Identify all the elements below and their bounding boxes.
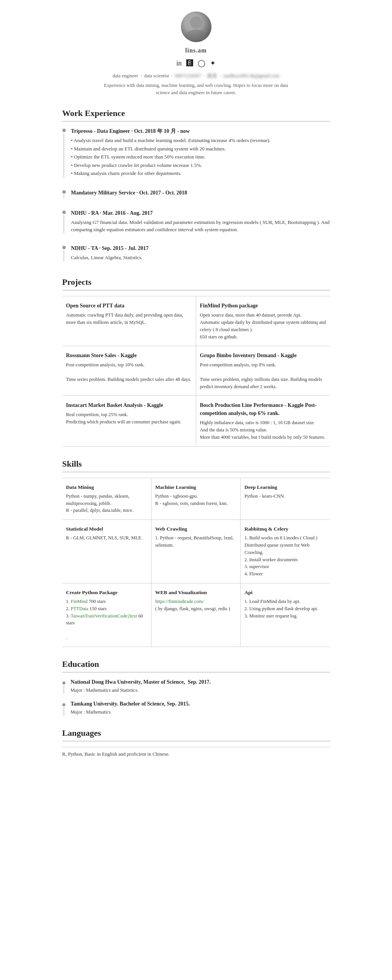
- skills-grid: Data Mining Python - numpy, pandas, skle…: [62, 478, 330, 647]
- skill-desc: 1. Build works on 8 Linodes ( Cloud ) Di…: [244, 534, 326, 578]
- project-name: Rossmann Store Sales - Kaggle: [66, 351, 192, 359]
- timeline-dot: [62, 244, 66, 261]
- project-desc: Automatic crawling PTT data daily, and p…: [66, 312, 192, 326]
- skill-name: Web Crawling: [155, 525, 236, 533]
- work-title: Tripresso - Data Engineer · Oct. 2018 年 …: [71, 127, 330, 135]
- project-name: Grupo Bimbo Inventory Demand - Kaggle: [200, 351, 326, 359]
- edu-desc: Major : Mathematics: [71, 709, 330, 716]
- skill-cell: Data Mining Python - numpy, pandas, skle…: [62, 478, 151, 520]
- email-icon[interactable]: ✦: [210, 58, 216, 69]
- work-desc: Calculus, Linear Algebra, Statistics.: [71, 254, 330, 261]
- project-name: FinMind Python package: [200, 302, 326, 310]
- dot: [62, 190, 66, 194]
- edu-title: National Dong Hwa University, Master of …: [71, 678, 330, 686]
- languages-title: Languages: [62, 727, 330, 742]
- project-cell: Bosch Production Line Performance - Kagg…: [196, 396, 330, 446]
- linkedin-icon[interactable]: in: [176, 58, 182, 69]
- dot-line: [63, 250, 64, 261]
- finmindtrade-link[interactable]: https://finmindtrade.com/: [155, 599, 204, 604]
- facebook-icon[interactable]: 🅱: [186, 58, 193, 69]
- work-desc: Analysis travel data and build a machine…: [71, 137, 330, 177]
- edu-content: Tamkang University. Bachelor of Science,…: [71, 700, 330, 716]
- edu-dot: [62, 681, 65, 684]
- work-entry: NDHU - RA · Mar. 2016 - Aug. 2017 Analys…: [62, 209, 330, 237]
- dot: [62, 246, 66, 249]
- project-cell: Grupo Bimbo Inventory Demand - Kaggle Po…: [196, 346, 330, 396]
- skill-cell: Create Python Package 1. FinMind 700 sta…: [62, 583, 151, 647]
- github-icon[interactable]: ◯: [198, 58, 205, 69]
- skill-cell: Machine Learning Python - xgboost-gpu.R …: [151, 478, 241, 520]
- skill-cell: Deep Learning Python - kears-CNN.: [241, 478, 330, 520]
- project-cell: Open Source of PTT data Automatic crawli…: [62, 296, 196, 346]
- skill-cell: WEB and Visualization https://finmindtra…: [151, 583, 241, 647]
- profile-bio: Experience with data mining, machine lea…: [97, 82, 296, 96]
- project-cell: FinMind Python package Open source data,…: [196, 296, 330, 346]
- edu-desc: Major : Mathematics and Statistics.: [71, 687, 330, 694]
- skill-name: Statistical Model: [66, 525, 147, 533]
- work-experience-title: Work Experience: [62, 107, 330, 122]
- project-desc: Post-competition analysis, top 10% rank.…: [66, 361, 192, 383]
- work-entries: Tripresso - Data Engineer · Oct. 2018 年 …: [62, 127, 330, 265]
- svg-point-1: [185, 29, 207, 40]
- work-entry: Tripresso - Data Engineer · Oct. 2018 年 …: [62, 127, 330, 182]
- work-title: NDHU - TA · Sep. 2015 - Jul. 2017: [71, 244, 330, 252]
- skill-name: WEB and Visualization: [155, 589, 236, 596]
- languages-desc: R, Python, Basic in English and proficie…: [62, 750, 330, 758]
- skill-desc: 1. FinMind 700 stars 2. PTTData 150 star…: [66, 598, 147, 641]
- work-entry: NDHU - TA · Sep. 2015 - Jul. 2017 Calcul…: [62, 244, 330, 265]
- work-entry: Mandatory Military Service · Oct. 2017 -…: [62, 189, 330, 202]
- edu-entry: Tamkang University. Bachelor of Science,…: [62, 700, 330, 716]
- education-entries: National Dong Hwa University, Master of …: [62, 678, 330, 716]
- social-icons: in 🅱 ◯ ✦: [62, 58, 330, 69]
- edu-timeline: [62, 678, 65, 694]
- dot: [62, 129, 66, 132]
- create-python-package-skill-name: Create Python Package: [66, 589, 147, 596]
- skill-cell: Web Crawling 1. Python - request, Beauti…: [151, 520, 241, 583]
- project-desc: Real competition, top 25% rank.Predictin…: [66, 411, 192, 426]
- svg-point-0: [190, 16, 202, 29]
- skill-name: Rabbitmq & Celery: [244, 525, 326, 533]
- skill-desc: Python - numpy, pandas, sklearn, multipr…: [66, 493, 147, 514]
- edu-timeline: [62, 700, 65, 716]
- skill-desc: https://finmindtrade.com/ ( by django, f…: [155, 598, 236, 612]
- skill-name: Data Mining: [66, 483, 147, 491]
- work-content: NDHU - TA · Sep. 2015 - Jul. 2017 Calcul…: [71, 244, 330, 261]
- work-desc: Analysing G7 financial data. Model valid…: [71, 219, 330, 234]
- project-name: Bosch Production Line Performance - Kagg…: [200, 401, 326, 417]
- project-desc: Open source data, more than 40 dataset, …: [200, 312, 326, 340]
- skill-cell: Statistical Model R - GLM, GLMNET, NLS, …: [62, 520, 151, 583]
- project-desc: Post-competition analysis, top 8% rank.T…: [200, 361, 326, 390]
- project-name: Instacart Market Basket Analysis - Kaggl…: [66, 401, 192, 409]
- dot-line: [63, 215, 64, 234]
- edu-dot: [62, 703, 65, 706]
- project-desc: Highly imbalance data, ratio is 1000 : 1…: [200, 419, 326, 441]
- timeline-dot: [62, 127, 66, 178]
- edu-line: [63, 685, 64, 694]
- skill-desc: Python - xgboost-gpu.R - xgboost, svm, r…: [155, 493, 236, 507]
- edu-entry: National Dong Hwa University, Master of …: [62, 678, 330, 694]
- skill-name: Machine Learning: [155, 483, 236, 491]
- skill-desc: R - GLM, GLMNET, NLS, SUR, MLE.: [66, 534, 147, 542]
- skill-cell: Rabbitmq & Celery 1. Build works on 8 Li…: [241, 520, 330, 583]
- skill-cell: Api 1. Load FinMind data by api.2. Using…: [241, 583, 330, 647]
- work-content: Mandatory Military Service · Oct. 2017 -…: [71, 189, 330, 198]
- skills-title: Skills: [62, 457, 330, 472]
- project-cell: Instacart Market Basket Analysis - Kaggl…: [62, 396, 196, 446]
- skill-name: Api: [244, 589, 326, 596]
- skill-desc: 1. Load FinMind data by api.2. Using pyt…: [244, 598, 326, 619]
- project-name: Open Source of PTT data: [66, 302, 192, 310]
- profile-tagline: data engineer · data scientist · 0907123…: [62, 72, 330, 80]
- profile-header: lins.am in 🅱 ◯ ✦ data engineer · data sc…: [62, 11, 330, 96]
- projects-grid: Open Source of PTT data Automatic crawli…: [62, 296, 330, 446]
- work-content: Tripresso - Data Engineer · Oct. 2018 年 …: [71, 127, 330, 178]
- timeline-dot: [62, 209, 66, 234]
- work-content: NDHU - RA · Mar. 2016 - Aug. 2017 Analys…: [71, 209, 330, 234]
- dot-line: [63, 195, 64, 198]
- projects-title: Projects: [62, 276, 330, 291]
- dot-line: [63, 133, 64, 178]
- edu-line: [63, 707, 64, 716]
- edu-content: National Dong Hwa University, Master of …: [71, 678, 330, 694]
- timeline-dot: [62, 189, 66, 198]
- profile-name: lins.am: [62, 46, 330, 55]
- work-title: NDHU - RA · Mar. 2016 - Aug. 2017: [71, 209, 330, 217]
